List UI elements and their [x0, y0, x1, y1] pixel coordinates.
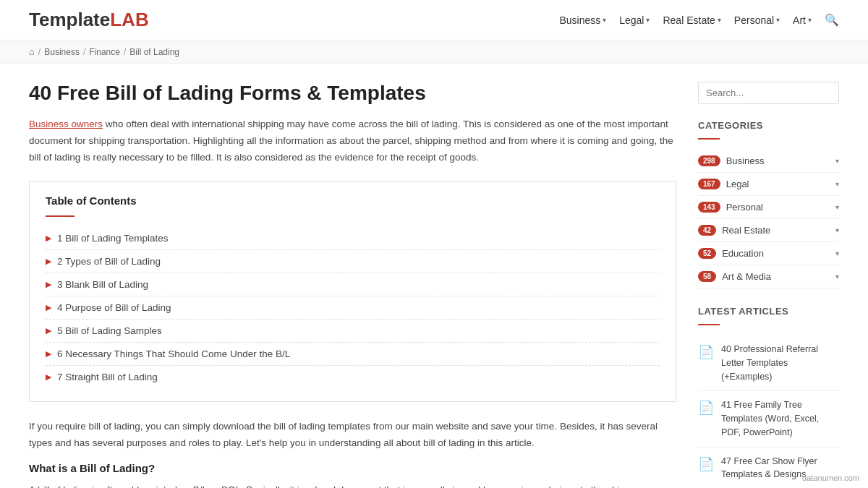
category-badge: 143 — [698, 202, 720, 213]
table-of-contents: Table of Contents ▶ 1 Bill of Lading Tem… — [29, 181, 676, 402]
toc-arrow-icon: ▶ — [46, 234, 51, 243]
toc-arrow-icon: ▶ — [46, 303, 51, 312]
category-item-realestate[interactable]: 42 Real Estate ▾ — [698, 219, 839, 242]
chevron-down-icon: ▾ — [808, 16, 812, 24]
toc-arrow-icon: ▶ — [46, 372, 51, 382]
chevron-down-icon: ▾ — [835, 273, 839, 281]
toc-item[interactable]: ▶ 4 Purpose of Bill of Lading — [46, 296, 660, 320]
category-label: Personal — [726, 202, 763, 213]
paragraph-1: If you require bill of lading, you can s… — [29, 418, 676, 452]
logo-lab: LAB — [110, 9, 148, 30]
chevron-down-icon: ▾ — [603, 16, 606, 24]
section-rule — [698, 138, 720, 140]
document-icon: 📄 — [698, 344, 714, 360]
chevron-down-icon: ▾ — [835, 226, 839, 234]
article-title: 41 Free Family Tree Templates (Word, Exc… — [721, 398, 839, 439]
document-icon: 📄 — [698, 456, 714, 472]
nav-item-business[interactable]: Business ▾ — [559, 14, 606, 26]
watermark: datanumen.com — [802, 474, 859, 482]
breadcrumb: ⌂ / Business / Finance / Bill of Lading — [0, 40, 868, 64]
document-icon: 📄 — [698, 400, 714, 416]
chevron-down-icon: ▾ — [835, 180, 839, 188]
paragraph-2: A bill of lading is often abbreviated as… — [29, 481, 676, 488]
toc-arrow-icon: ▶ — [46, 280, 51, 289]
category-label: Business — [726, 155, 765, 166]
toc-arrow-icon: ▶ — [46, 349, 51, 359]
header: TemplateLAB Business ▾ Legal ▾ Real Esta… — [0, 0, 868, 40]
chevron-down-icon: ▾ — [835, 249, 839, 257]
main-layout: 40 Free Bill of Lading Forms & Templates… — [14, 64, 854, 488]
main-content: 40 Free Bill of Lading Forms & Templates… — [29, 82, 676, 488]
toc-item[interactable]: ▶ 3 Blank Bill of Lading — [46, 273, 660, 296]
breadcrumb-finance[interactable]: Finance — [89, 47, 120, 57]
latest-articles-title: LATEST ARTICLES — [698, 306, 839, 317]
toc-item[interactable]: ▶ 2 Types of Bill of Lading — [46, 250, 660, 273]
search-input[interactable] — [698, 82, 839, 104]
category-badge: 52 — [698, 248, 716, 259]
category-badge: 167 — [698, 179, 720, 189]
toc-arrow-icon: ▶ — [46, 326, 51, 335]
section-heading-what-is: What is a Bill of Lading? — [29, 462, 676, 474]
toc-divider — [46, 215, 75, 217]
article-item[interactable]: 📄 40 Professional Referral Letter Templa… — [698, 335, 839, 391]
nav-item-personal[interactable]: Personal ▾ — [734, 14, 780, 26]
section-rule — [698, 324, 720, 325]
chevron-down-icon: ▾ — [835, 157, 839, 165]
nav-item-legal[interactable]: Legal ▾ — [619, 14, 650, 26]
category-label: Education — [722, 248, 764, 259]
category-label: Real Estate — [722, 225, 770, 236]
category-badge: 298 — [698, 155, 720, 166]
toc-item[interactable]: ▶ 6 Necessary Things That Should Come Un… — [46, 343, 660, 366]
toc-arrow-icon: ▶ — [46, 257, 51, 266]
nav-item-art[interactable]: Art ▾ — [793, 14, 812, 26]
toc-item[interactable]: ▶ 7 Straight Bill of Lading — [46, 366, 660, 388]
intro-link[interactable]: Business owners — [29, 119, 103, 129]
sidebar: CATEGORIES 298 Business ▾ 167 Legal ▾ 14… — [698, 82, 839, 488]
categories-title: CATEGORIES — [698, 120, 839, 131]
home-icon[interactable]: ⌂ — [29, 46, 35, 57]
chevron-down-icon: ▾ — [718, 16, 721, 24]
page-title: 40 Free Bill of Lading Forms & Templates — [29, 82, 676, 105]
chevron-down-icon: ▾ — [646, 16, 650, 24]
category-item-legal[interactable]: 167 Legal ▾ — [698, 173, 839, 196]
logo-template: Template — [29, 9, 110, 30]
article-item[interactable]: 📄 41 Free Family Tree Templates (Word, E… — [698, 391, 839, 447]
category-badge: 42 — [698, 225, 716, 236]
categories-section: CATEGORIES 298 Business ▾ 167 Legal ▾ 14… — [698, 120, 839, 288]
category-badge: 58 — [698, 271, 716, 282]
category-item-artmedia[interactable]: 58 Art & Media ▾ — [698, 265, 839, 288]
toc-item[interactable]: ▶ 1 Bill of Lading Templates — [46, 227, 660, 250]
latest-articles-section: LATEST ARTICLES 📄 40 Professional Referr… — [698, 306, 839, 488]
toc-item[interactable]: ▶ 5 Bill of Lading Samples — [46, 320, 660, 343]
toc-title: Table of Contents — [46, 194, 660, 207]
intro-paragraph: Business owners who often deal with inte… — [29, 116, 676, 166]
category-item-personal[interactable]: 143 Personal ▾ — [698, 196, 839, 219]
main-nav: Business ▾ Legal ▾ Real Estate ▾ Persona… — [559, 13, 839, 27]
nav-item-realestate[interactable]: Real Estate ▾ — [663, 14, 720, 26]
category-item-business[interactable]: 298 Business ▾ — [698, 150, 839, 173]
breadcrumb-current: Bill of Lading — [129, 47, 179, 57]
chevron-down-icon: ▾ — [835, 203, 839, 211]
category-label: Legal — [726, 179, 749, 189]
category-label: Art & Media — [722, 271, 771, 282]
chevron-down-icon: ▾ — [776, 16, 780, 24]
search-button[interactable]: 🔍 — [825, 13, 839, 27]
category-item-education[interactable]: 52 Education ▾ — [698, 242, 839, 265]
breadcrumb-business[interactable]: Business — [44, 47, 80, 57]
logo[interactable]: TemplateLAB — [29, 9, 149, 31]
article-title: 40 Professional Referral Letter Template… — [721, 343, 839, 383]
nav-list: Business ▾ Legal ▾ Real Estate ▾ Persona… — [559, 13, 839, 27]
